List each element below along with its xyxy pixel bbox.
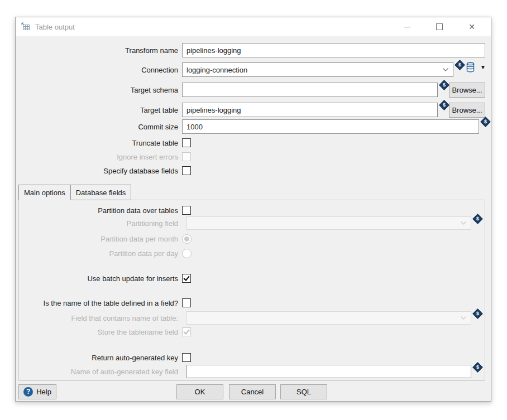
ignore-insert-errors-row: Ignore insert errors <box>16 152 492 162</box>
target-schema-row: Target schema $ Browse... <box>16 83 492 97</box>
target-schema-label: Target schema <box>16 86 182 94</box>
connection-menu-caret-icon[interactable]: ▼ <box>480 65 486 70</box>
connection-row: Connection logging-connection $ <box>16 62 492 77</box>
database-icon[interactable] <box>466 62 475 73</box>
connection-combo[interactable]: logging-connection <box>182 62 453 77</box>
target-table-row: Target table $ Browse... <box>16 103 492 117</box>
field-with-table-name-combo <box>186 311 471 325</box>
ignore-insert-errors-checkbox <box>182 152 191 161</box>
partition-per-month-radio <box>182 234 192 244</box>
partition-over-tables-row: Partition data over tables <box>16 205 492 215</box>
truncate-table-row: Truncate table <box>16 138 492 148</box>
variable-indicator-icon: $ <box>480 117 490 127</box>
minimize-icon <box>404 27 410 27</box>
return-auto-key-label: Return auto-generated key <box>16 354 182 362</box>
return-auto-key-row: Return auto-generated key <box>16 353 492 363</box>
help-button-label: Help <box>36 388 51 396</box>
variable-indicator-icon: $ <box>455 60 465 70</box>
partition-per-day-radio <box>182 249 192 258</box>
ok-button[interactable]: OK <box>176 384 223 399</box>
specify-database-fields-label: Specify database fields <box>16 167 182 175</box>
transform-name-row: Transform name <box>16 43 492 57</box>
specify-database-fields-checkbox[interactable] <box>182 166 191 175</box>
help-question-icon: ? <box>23 387 33 397</box>
table-name-in-field-label: Is the name of the table defined in a fi… <box>16 299 182 307</box>
store-tablename-checkbox <box>182 327 191 336</box>
use-batch-update-checkbox[interactable] <box>182 274 191 283</box>
field-with-table-name-label: Field that contains name of table: <box>16 314 182 322</box>
chevron-down-icon <box>442 67 449 72</box>
auto-key-field-row: Name of auto-generated key field $ <box>16 365 492 378</box>
partition-per-day-row: Partition data per day <box>16 248 492 258</box>
tab-main-options[interactable]: Main options <box>18 185 71 200</box>
partitioning-field-combo <box>186 216 471 230</box>
table-output-dialog: Table output ✕ Transform name Connection… <box>15 17 491 402</box>
auto-key-field-label: Name of auto-generated key field <box>16 368 182 376</box>
table-name-in-field-row: Is the name of the table defined in a fi… <box>16 298 492 308</box>
commit-size-input[interactable] <box>182 119 479 134</box>
partition-over-tables-label: Partition data over tables <box>16 206 182 215</box>
cancel-button[interactable]: Cancel <box>229 384 276 399</box>
commit-size-row: Commit size $ <box>16 119 492 134</box>
target-schema-input[interactable] <box>182 83 438 97</box>
specify-database-fields-row: Specify database fields <box>16 166 492 176</box>
minimize-button[interactable] <box>401 22 413 32</box>
table-name-in-field-checkbox[interactable] <box>182 298 191 307</box>
tab-database-fields[interactable]: Database fields <box>70 185 132 200</box>
titlebar: Table output ✕ <box>16 17 491 36</box>
partition-per-day-label: Partition data per day <box>16 249 182 258</box>
partitioning-field-label: Partitioning field <box>16 219 182 228</box>
screen-background: Table output ✕ Transform name Connection… <box>0 0 507 420</box>
help-button[interactable]: ? Help <box>18 384 56 399</box>
connection-label: Connection <box>16 66 182 74</box>
partition-per-month-label: Partition data per month <box>16 235 182 243</box>
field-with-table-name-row: Field that contains name of table: $ <box>16 311 492 325</box>
commit-size-label: Commit size <box>16 123 182 131</box>
ignore-insert-errors-label: Ignore insert errors <box>16 153 182 161</box>
partition-per-month-row: Partition data per month <box>16 234 492 244</box>
store-tablename-row: Store the tablename field <box>16 327 492 337</box>
table-output-icon <box>21 22 30 31</box>
options-tabbar: Main options Database fields <box>18 185 131 200</box>
target-table-browse-button[interactable]: Browse... <box>449 103 485 118</box>
close-icon: ✕ <box>468 23 475 31</box>
partitioning-field-row: Partitioning field $ <box>16 216 492 230</box>
chevron-down-icon <box>460 316 467 320</box>
use-batch-update-label: Use batch update for inserts <box>16 274 182 283</box>
transform-name-label: Transform name <box>16 46 182 55</box>
window-title: Table output <box>35 23 75 31</box>
target-schema-browse-button[interactable]: Browse... <box>449 83 485 98</box>
target-table-input[interactable] <box>182 103 438 117</box>
connection-value: logging-connection <box>186 66 247 74</box>
use-batch-update-row: Use batch update for inserts <box>16 273 492 283</box>
truncate-table-checkbox[interactable] <box>182 138 191 147</box>
store-tablename-label: Store the tablename field <box>16 328 182 336</box>
partition-over-tables-checkbox[interactable] <box>182 206 191 215</box>
close-button[interactable]: ✕ <box>466 22 478 32</box>
truncate-table-label: Truncate table <box>16 139 182 147</box>
variable-indicator-icon: $ <box>439 100 449 110</box>
sql-button[interactable]: SQL <box>280 384 327 399</box>
transform-name-input[interactable] <box>182 43 485 57</box>
maximize-button[interactable] <box>433 22 446 32</box>
chevron-down-icon <box>460 221 467 225</box>
auto-key-field-input[interactable] <box>186 365 471 378</box>
maximize-icon <box>436 23 443 30</box>
return-auto-key-checkbox[interactable] <box>182 353 191 362</box>
variable-indicator-icon: $ <box>439 80 449 90</box>
target-table-label: Target table <box>16 106 182 114</box>
